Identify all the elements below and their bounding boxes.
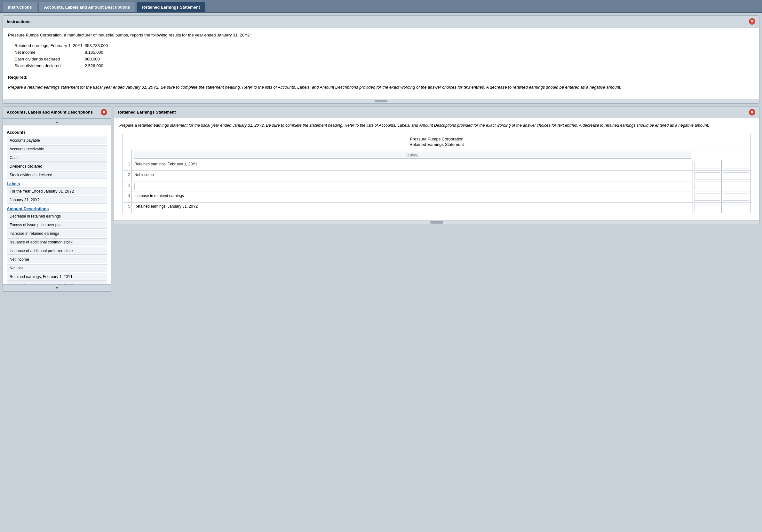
row-desc-1: Retained earnings, February 1, 20Y1: [132, 160, 693, 171]
amt-desc-net-income[interactable]: Net income: [7, 256, 107, 263]
account-item-payable[interactable]: Accounts payable: [7, 137, 107, 144]
statement-container: Pressure Pumps Corporation Retained Earn…: [122, 134, 751, 213]
row-num-1: 1: [123, 160, 132, 171]
row-amt1-input-3[interactable]: [694, 183, 720, 190]
row-num-3: 3: [123, 182, 132, 191]
retained-panel-header: Retained Earnings Statement ✕: [114, 107, 759, 118]
data-label-4: Stock dividends declared: [14, 63, 85, 68]
instructions-panel: Instructions ✕ Pressure Pumps Corporatio…: [3, 15, 759, 104]
instructions-data-table: Retained earnings, February 1, 20Y1 $53,…: [14, 42, 754, 69]
data-row-3: Cash dividends declared 980,000: [14, 56, 754, 62]
tab-retained[interactable]: Retained Earnings Statement: [137, 2, 205, 12]
data-row-1: Retained earnings, February 1, 20Y1 $53,…: [14, 42, 754, 49]
row-desc-4: Increase in retained earnings: [132, 192, 693, 202]
row-num-4: 4: [123, 192, 132, 202]
row-amt1-5: [693, 202, 722, 213]
account-item-cash[interactable]: Cash: [7, 154, 107, 162]
retained-panel: Retained Earnings Statement ✕ Prepare a …: [114, 106, 759, 225]
company-name: Pressure Pumps Corporation: [124, 137, 749, 141]
row-amt1-input-4[interactable]: [694, 193, 720, 200]
stmt-row-1: 1 Retained earnings, February 1, 20Y1: [123, 160, 750, 171]
row-amt2-input-4[interactable]: [723, 193, 749, 200]
data-label-1: Retained earnings, February 1, 20Y1: [14, 43, 85, 48]
amt-desc-net-loss[interactable]: Net loss: [7, 264, 107, 272]
row-amt1-input-2[interactable]: [694, 173, 720, 180]
row-desc-2: Net income: [132, 171, 693, 181]
stmt-row-4: 4 Increase in retained earnings: [123, 191, 750, 202]
statement-header: Pressure Pumps Corporation Retained Earn…: [123, 134, 750, 150]
row-amt1-1: [693, 160, 722, 171]
accounts-section-title: Accounts: [7, 130, 107, 135]
row-amt1-input-5[interactable]: [694, 204, 720, 211]
row-amt2-input-2[interactable]: [723, 173, 749, 180]
required-label: Required:: [8, 74, 754, 81]
row-desc-5: Retained earnings, January 31, 20Y2: [132, 202, 693, 213]
row-amt2-input-1[interactable]: [723, 162, 749, 169]
retained-panel-body: Prepare a retained earnings statement fo…: [114, 118, 759, 220]
tab-accounts[interactable]: Accounts, Labels and Amount Descriptions: [38, 2, 135, 12]
retained-close-button[interactable]: ✕: [749, 109, 755, 115]
account-item-receivable[interactable]: Accounts receivable: [7, 145, 107, 153]
amt-desc-excess[interactable]: Excess of issue price over par: [7, 221, 107, 229]
label-row-num: [123, 150, 132, 160]
bottom-row: Accounts, Labels and Amount Descriptions…: [3, 106, 759, 292]
amt-desc-issuance-common[interactable]: Issuance of additional common stock: [7, 238, 107, 246]
row-amt2-5: [722, 202, 750, 213]
tab-bar: Instructions Accounts, Labels and Amount…: [0, 0, 762, 13]
instructions-panel-body: Pressure Pumps Corporation, a manufactur…: [3, 28, 759, 99]
data-value-4: 2,526,000: [85, 63, 103, 68]
retained-scrollbar-thumb: [430, 221, 443, 224]
account-item-stock-dividends[interactable]: Stock dividends declared: [7, 171, 107, 179]
amt-desc-retained-jan[interactable]: Retained earnings, January 31, 20Y2: [7, 281, 107, 284]
instructions-close-button[interactable]: ✕: [749, 18, 755, 25]
retained-instructions-text: Prepare a retained earnings statement fo…: [119, 122, 754, 128]
instructions-intro: Pressure Pumps Corporation, a manufactur…: [8, 32, 754, 38]
stmt-row-3: 3: [123, 181, 750, 191]
data-row-2: Net income 8,135,000: [14, 49, 754, 56]
instructions-scrollbar[interactable]: [3, 99, 759, 103]
data-value-3: 980,000: [85, 57, 100, 61]
tab-instructions[interactable]: Instructions: [3, 2, 37, 12]
accounts-panel-header: Accounts, Labels and Amount Descriptions…: [3, 107, 111, 118]
data-label-2: Net income: [14, 50, 85, 55]
labels-link[interactable]: Labels: [7, 182, 107, 186]
data-row-4: Stock dividends declared 2,526,000: [14, 62, 754, 69]
instructions-title: Instructions: [7, 19, 31, 24]
label-item-jan31[interactable]: January 31, 20Y2: [7, 196, 107, 204]
retained-scrollbar[interactable]: [114, 220, 759, 225]
amt-desc-decrease[interactable]: Decrease in retained earnings: [7, 212, 107, 220]
label-input-cell: [132, 150, 693, 160]
row-amt1-3: [693, 182, 722, 191]
scroll-down-button[interactable]: ▼: [3, 284, 111, 291]
row-amt2-input-3[interactable]: [723, 183, 749, 190]
stmt-row-5: 5 Retained earnings, January 31, 20Y2: [123, 202, 750, 213]
row-amt2-3: [722, 182, 750, 191]
amount-descriptions-link[interactable]: Amount Descriptions: [7, 206, 107, 211]
scroll-up-button[interactable]: ▲: [3, 118, 111, 125]
row-amt2-1: [722, 160, 750, 171]
stmt-title: Retained Earnings Statement: [124, 142, 749, 147]
amt-desc-retained-feb[interactable]: Retained earnings, February 1, 20Y1: [7, 273, 107, 280]
row-amt2-input-5[interactable]: [723, 204, 749, 211]
data-value-1: $53,783,000: [85, 43, 108, 48]
row-desc-input-3[interactable]: [134, 183, 690, 190]
label-input[interactable]: [134, 152, 691, 159]
row-amt1-input-1[interactable]: [694, 162, 720, 169]
row-amt1-4: [693, 192, 722, 202]
required-text: Prepare a retained earnings statement fo…: [8, 84, 754, 91]
row-amt2-2: [722, 171, 750, 181]
data-value-2: 8,135,000: [85, 50, 103, 55]
row-num-5: 5: [123, 202, 132, 213]
instructions-panel-header: Instructions ✕: [3, 16, 759, 28]
row-amt1-2: [693, 171, 722, 181]
accounts-title: Accounts, Labels and Amount Descriptions: [7, 110, 93, 114]
amt-desc-issuance-preferred[interactable]: Issuance of additional preferred stock: [7, 247, 107, 255]
data-label-3: Cash dividends declared: [14, 57, 85, 61]
accounts-scroll-area[interactable]: Accounts Accounts payable Accounts recei…: [3, 125, 111, 284]
account-item-dividends[interactable]: Dividends declared: [7, 163, 107, 170]
accounts-close-button[interactable]: ✕: [101, 109, 107, 115]
accounts-panel: Accounts, Labels and Amount Descriptions…: [3, 106, 111, 292]
label-item-year-ended[interactable]: For the Year Ended January 31, 20Y2: [7, 188, 107, 195]
amt-desc-increase[interactable]: Increase in retained earnings: [7, 230, 107, 237]
stmt-row-2: 2 Net income: [123, 171, 750, 181]
